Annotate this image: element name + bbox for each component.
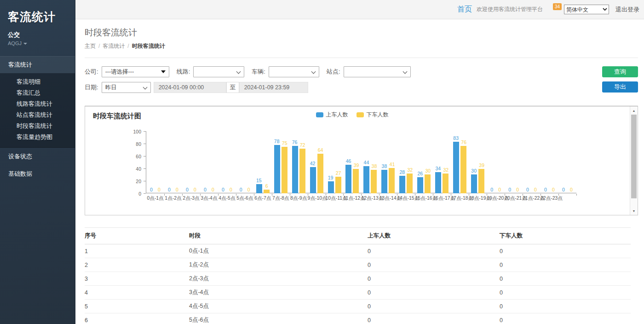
x-axis-tick-label: 19点-20点 xyxy=(487,195,505,202)
org-code-label: AQGJ xyxy=(8,40,22,46)
table-column-header: 时段 xyxy=(189,228,368,244)
y-axis-tick-label: 20 xyxy=(128,179,141,184)
company-select-value: ---请选择--- xyxy=(105,68,134,76)
bar-boarding[interactable] xyxy=(292,146,298,193)
table-body: 10点-1点0021点-2点0032点-3点0043点-4点0054点-5点00… xyxy=(85,244,631,324)
bar-alighting[interactable] xyxy=(353,169,359,193)
sidebar-subitem[interactable]: 时段客流统计 xyxy=(0,121,75,132)
notification-badge[interactable]: 34 xyxy=(553,3,562,10)
bar-boarding[interactable] xyxy=(471,174,477,193)
bar-alighting[interactable] xyxy=(371,170,377,193)
org-block: 公交 AQGJ xyxy=(0,24,75,46)
sidebar-menu: 客流统计 客流明细客流汇总线路客流统计站点客流统计时段客流统计客流量趋势图 设备… xyxy=(0,56,75,183)
chart-scrollbar[interactable]: ▲ ▼ xyxy=(630,106,638,215)
table-cell: 1点-2点 xyxy=(189,258,368,272)
breadcrumb-item[interactable]: 客流统计 xyxy=(103,43,125,49)
date-from-input[interactable]: 2024-01-09 00:00 xyxy=(154,82,226,93)
home-link[interactable]: 首页 xyxy=(457,5,472,14)
bar-boarding[interactable] xyxy=(435,172,441,193)
sidebar-submenu: 客流明细客流汇总线路客流统计站点客流统计时段客流统计客流量趋势图 xyxy=(0,73,75,148)
topbar: 首页 欢迎使用客流统计管理平台 34 简体中文 退出登录 xyxy=(75,0,644,19)
chart-category: 76728点-9点 xyxy=(290,131,308,193)
bar-value-label: 15 xyxy=(252,178,266,183)
bar-alighting[interactable] xyxy=(478,169,484,193)
company-label: 公司: xyxy=(85,68,98,76)
logout-link[interactable]: 退出登录 xyxy=(615,6,639,14)
x-axis-tick-label: 4点-5点 xyxy=(218,195,236,202)
bar-alighting[interactable] xyxy=(460,146,466,193)
x-axis-tick-label: 16点-17点 xyxy=(433,195,451,202)
chart-category: 005点-6点 xyxy=(236,131,254,193)
chart-bars: 000点-1点001点-2点002点-3点003点-4点004点-5点005点-… xyxy=(146,131,576,193)
sidebar-subitem[interactable]: 客流汇总 xyxy=(0,87,75,98)
bar-alighting[interactable] xyxy=(443,174,448,193)
table-cell: 0 xyxy=(368,286,500,300)
sidebar-item-base-data[interactable]: 基础数据 xyxy=(0,165,75,183)
bar-boarding[interactable] xyxy=(345,165,351,193)
y-axis-tick-label: 0 xyxy=(128,191,141,197)
bar-boarding[interactable] xyxy=(328,181,334,193)
chart-category: 0021点-22点 xyxy=(523,131,540,193)
date-preset-value: 昨日 xyxy=(105,84,117,92)
table-cell: 5点-6点 xyxy=(189,313,368,324)
date-label: 日期: xyxy=(85,83,98,92)
bar-boarding[interactable] xyxy=(274,145,280,193)
chart-category: 837617点-18点 xyxy=(451,131,469,193)
bar-alighting[interactable] xyxy=(335,177,341,193)
bar-alighting[interactable] xyxy=(425,174,431,193)
bar-alighting[interactable] xyxy=(317,154,323,193)
date-to-input[interactable]: 2024-01-09 23:59 xyxy=(239,82,308,93)
sidebar-subitem[interactable]: 客流量趋势图 xyxy=(0,132,75,143)
legend-item[interactable]: 上车人数 xyxy=(316,111,348,119)
legend-label: 下车人数 xyxy=(367,111,389,119)
filter-row-1: 公司: ---请选择--- 线路: 车辆: 站点: xyxy=(85,66,638,77)
sidebar-subitem[interactable]: 站点客流统计 xyxy=(0,110,75,121)
bar-boarding[interactable] xyxy=(310,167,316,193)
bar-boarding[interactable] xyxy=(363,166,369,193)
y-axis-tick-label: 40 xyxy=(128,166,141,172)
app-brand: 客流统计 xyxy=(0,0,75,24)
scrollbar-up-icon[interactable]: ▲ xyxy=(630,107,638,114)
y-axis-tick xyxy=(144,181,146,181)
chart-category: 1566点-7点 xyxy=(254,131,272,193)
line-select[interactable] xyxy=(193,66,244,77)
bar-alighting[interactable] xyxy=(299,149,305,193)
sidebar-subitem[interactable]: 客流明细 xyxy=(0,76,75,87)
bar-boarding[interactable] xyxy=(453,142,459,193)
sidebar-item-device-status[interactable]: 设备状态 xyxy=(0,148,75,165)
company-select[interactable]: ---请选择--- xyxy=(102,66,169,77)
bar-boarding[interactable] xyxy=(381,170,387,193)
scrollbar-thumb[interactable] xyxy=(631,115,637,198)
y-axis-tick xyxy=(144,131,146,132)
table-row: 32点-3点00 xyxy=(85,272,631,286)
breadcrumb-item[interactable]: 主页 xyxy=(85,43,96,49)
chevron-down-icon xyxy=(236,69,241,74)
query-button[interactable]: 查询 xyxy=(602,66,638,77)
sidebar-item-passenger-stats[interactable]: 客流统计 xyxy=(0,56,75,73)
bar-boarding[interactable] xyxy=(417,177,423,193)
station-select[interactable] xyxy=(344,66,411,77)
vehicle-select[interactable] xyxy=(269,66,319,77)
bar-boarding[interactable] xyxy=(399,176,405,193)
breadcrumb-separator: / xyxy=(98,43,100,49)
bar-alighting[interactable] xyxy=(264,190,270,193)
x-axis-tick-label: 13点-14点 xyxy=(379,195,397,202)
chart-category: 0020点-21点 xyxy=(505,131,523,193)
chart-category: 384113点-14点 xyxy=(379,131,397,193)
table-row: 43点-4点00 xyxy=(85,286,631,300)
sidebar-subitem[interactable]: 线路客流统计 xyxy=(0,98,75,110)
bar-alighting[interactable] xyxy=(389,168,395,193)
date-preset-select[interactable]: 昨日 xyxy=(102,82,151,93)
scrollbar-down-icon[interactable]: ▼ xyxy=(630,207,638,214)
chart-category: 263015点-16点 xyxy=(415,131,433,193)
chart-category: 303918点-19点 xyxy=(469,131,487,193)
chart-category: 000点-1点 xyxy=(146,131,164,193)
export-button[interactable]: 导出 xyxy=(602,81,638,93)
language-select[interactable]: 简体中文 xyxy=(564,5,609,14)
bar-alighting[interactable] xyxy=(407,174,413,193)
bar-alighting[interactable] xyxy=(282,147,288,193)
breadcrumb-item: 时段客流统计 xyxy=(132,43,165,49)
chart-category: 463911点-12点 xyxy=(343,131,361,193)
legend-item[interactable]: 下车人数 xyxy=(356,111,389,119)
org-code-dropdown[interactable]: AQGJ xyxy=(8,40,75,46)
